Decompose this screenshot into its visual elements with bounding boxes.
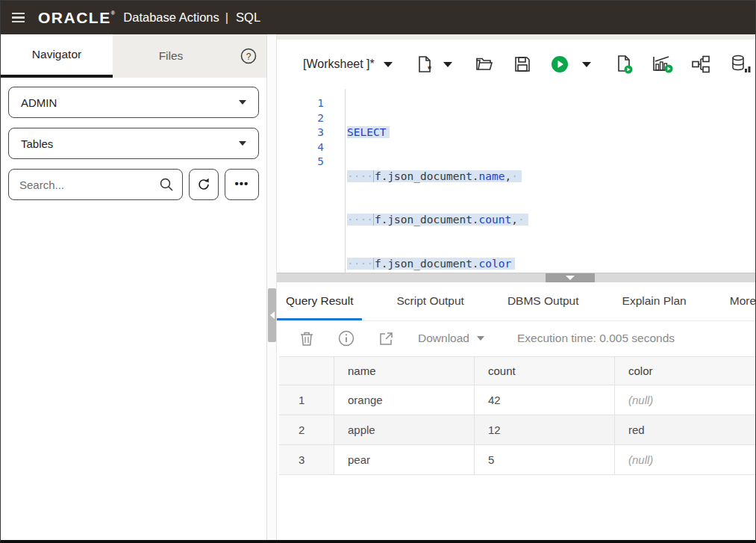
more-actions-button[interactable]: ••• xyxy=(225,169,259,200)
table-row[interactable]: 2 apple 12 red xyxy=(279,415,755,445)
worksheet-toolbar: [Worksheet ]* * xyxy=(277,40,755,89)
tab-files-label: Files xyxy=(159,49,184,63)
editor-results-splitter[interactable] xyxy=(277,273,755,282)
autotrace-chart-icon xyxy=(651,54,673,75)
name-cell[interactable]: pear xyxy=(334,445,475,474)
tab-files[interactable]: Files xyxy=(113,34,229,78)
search-icon xyxy=(158,176,175,193)
tab-script-output-label: Script Output xyxy=(396,294,463,308)
run-dropdown-icon[interactable] xyxy=(582,62,591,67)
explain-plan-icon xyxy=(691,55,710,74)
header-band xyxy=(277,34,755,40)
oracle-logo: ORACLE® xyxy=(38,9,116,27)
save-button[interactable] xyxy=(513,55,531,73)
run-script-button[interactable] xyxy=(613,54,634,75)
run-icon xyxy=(551,55,569,73)
count-cell[interactable]: 12 xyxy=(475,415,615,444)
grid-header-count[interactable]: count xyxy=(475,357,615,385)
hamburger-menu-icon[interactable] xyxy=(1,13,35,23)
download-label: Download xyxy=(418,332,469,345)
tab-dbms-output[interactable]: DBMS Output xyxy=(499,282,588,320)
open-file-button[interactable] xyxy=(475,55,494,74)
color-cell[interactable]: (null) xyxy=(615,385,755,415)
name-cell[interactable]: orange xyxy=(334,385,475,415)
sql-editor[interactable]: 1 2 3 4 5 SELECT ····f.json_document.nam… xyxy=(277,89,755,273)
sidebar: Navigator Files ? ADMIN Tables xyxy=(1,34,266,540)
count-cell[interactable]: 5 xyxy=(475,445,615,474)
svg-text:?: ? xyxy=(246,52,252,62)
external-link-icon xyxy=(378,331,394,347)
chevron-down-icon xyxy=(477,336,484,341)
sidebar-collapse-handle[interactable] xyxy=(268,288,276,342)
open-in-new-tab-button[interactable] xyxy=(378,331,394,347)
new-worksheet-dropdown-icon[interactable] xyxy=(443,62,452,67)
worksheet-panel: [Worksheet ]* * xyxy=(277,34,755,540)
table-row[interactable]: 1 orange 42 (null) xyxy=(279,385,755,415)
tab-navigator[interactable]: Navigator xyxy=(1,34,113,78)
info-icon xyxy=(338,330,354,347)
color-cell[interactable]: (null) xyxy=(615,445,755,474)
line-number: 5 xyxy=(277,155,324,170)
registered-mark: ® xyxy=(111,10,116,16)
tab-navigator-label: Navigator xyxy=(32,48,81,61)
download-dropdown[interactable]: Download xyxy=(418,332,484,345)
row-number-cell: 1 xyxy=(279,385,334,415)
results-toolbar: Download Execution time: 0.005 seconds xyxy=(277,321,755,356)
title-divider: | xyxy=(225,10,228,25)
sidebar-content: ADMIN Tables xyxy=(1,78,266,540)
tab-explain-plan[interactable]: Explain Plan xyxy=(613,282,696,320)
row-number-cell: 2 xyxy=(279,415,334,444)
tab-more[interactable]: More xyxy=(721,282,755,320)
run-statement-button[interactable] xyxy=(551,55,569,73)
open-folder-icon xyxy=(475,55,494,74)
data-loading-button[interactable] xyxy=(730,54,752,75)
worksheet-title: [Worksheet ]* xyxy=(303,58,375,71)
app-context-sql: SQL xyxy=(236,10,260,25)
line-number: 2 xyxy=(277,111,324,126)
object-type-select[interactable]: Tables xyxy=(8,128,259,159)
clear-results-button[interactable] xyxy=(299,330,314,347)
sql-info-button[interactable] xyxy=(338,330,354,347)
grid-header-rownum[interactable] xyxy=(279,357,334,385)
object-type-select-value: Tables xyxy=(21,137,239,150)
refresh-button[interactable] xyxy=(189,169,219,200)
chevron-down-icon xyxy=(384,62,393,67)
code-line: ····f.json_document.color xyxy=(347,257,755,272)
tab-more-label: More xyxy=(730,294,755,308)
explain-plan-button[interactable] xyxy=(691,55,710,74)
line-number: 1 xyxy=(277,96,324,111)
database-icon xyxy=(730,54,752,75)
color-cell[interactable]: red xyxy=(615,415,755,444)
line-number: 3 xyxy=(277,125,324,140)
tab-script-output[interactable]: Script Output xyxy=(387,282,472,320)
grid-header-color[interactable]: color xyxy=(615,357,755,385)
collapse-left-icon xyxy=(270,311,275,319)
splitter-collapse-handle[interactable] xyxy=(546,273,595,282)
results-tab-bar: Query Result Script Output DBMS Output E… xyxy=(277,282,755,321)
code-area[interactable]: SELECT ····f.json_document.name,· ····f.… xyxy=(346,89,755,273)
tab-query-result[interactable]: Query Result xyxy=(277,282,362,320)
execution-time: Execution time: 0.005 seconds xyxy=(517,332,675,345)
grid-header-row: name count color xyxy=(279,357,755,385)
collapse-down-icon xyxy=(566,276,575,280)
count-cell[interactable]: 42 xyxy=(475,385,615,415)
app-title: Database Actions xyxy=(123,10,219,25)
line-number-gutter: 1 2 3 4 5 xyxy=(277,89,346,273)
help-icon[interactable]: ? xyxy=(240,47,257,65)
new-worksheet-button[interactable]: * xyxy=(415,55,434,74)
tab-explain-plan-label: Explain Plan xyxy=(622,294,687,308)
ellipsis-icon: ••• xyxy=(235,177,249,190)
name-cell[interactable]: apple xyxy=(334,415,475,444)
run-script-icon xyxy=(613,54,634,75)
chevron-down-icon xyxy=(239,141,246,146)
chevron-down-icon xyxy=(239,100,246,105)
grid-header-name[interactable]: name xyxy=(334,357,475,385)
search-input[interactable] xyxy=(8,169,183,200)
sidebar-splitter[interactable] xyxy=(266,34,277,540)
autotrace-button[interactable] xyxy=(651,54,673,75)
sidebar-tab-bar: Navigator Files ? xyxy=(1,34,266,78)
worksheet-title-dropdown[interactable]: [Worksheet ]* xyxy=(303,58,393,71)
schema-select[interactable]: ADMIN xyxy=(8,87,259,118)
top-bar: ORACLE® Database Actions | SQL xyxy=(1,1,755,34)
table-row[interactable]: 3 pear 5 (null) xyxy=(279,445,755,475)
